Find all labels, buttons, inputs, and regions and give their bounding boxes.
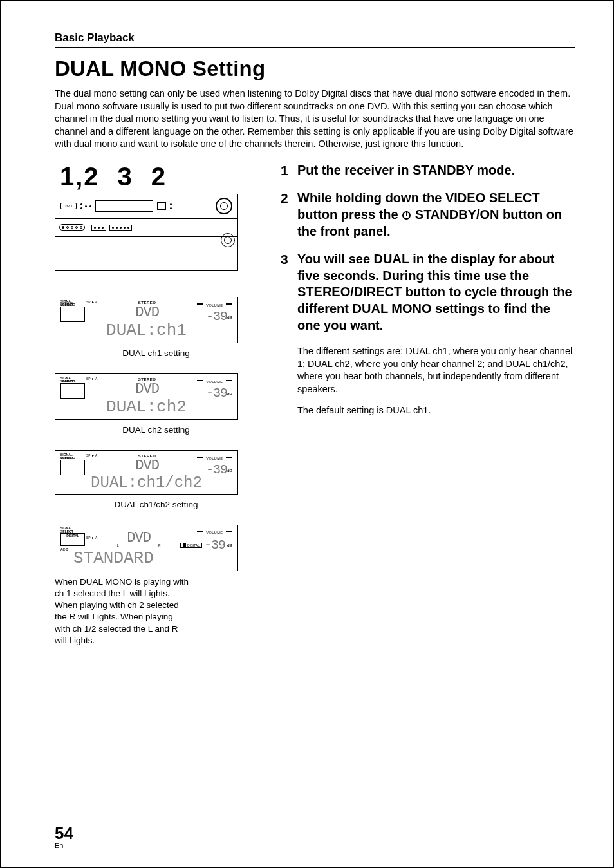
receiver-brand: D3200: [60, 203, 77, 209]
receiver-illustration: D3200: [55, 194, 238, 271]
volume-value: -39: [206, 386, 227, 401]
callout-numbers: 1,2 3 2: [60, 162, 257, 191]
left-column: 1,2 3 2 D3200: [55, 162, 257, 646]
analog-label: ANALOG: [61, 303, 75, 307]
step-2-heading: While holding down the VIDEO SELECT butt…: [297, 190, 575, 240]
sp-a-label: SP ► A: [86, 453, 97, 457]
sp-a-label: SP ► A: [86, 377, 97, 381]
analog-label: ANALOG: [61, 379, 75, 383]
step-3: 3 You will see DUAL in the display for a…: [281, 251, 575, 334]
sp-a-label: SP ► A: [86, 300, 97, 304]
digital-label: DIGITAL: [61, 534, 84, 538]
source-dvd: DVD: [135, 458, 159, 474]
volume-value: -39: [204, 538, 225, 552]
section-label: Basic Playback: [55, 32, 575, 44]
step-number: 1: [281, 162, 297, 179]
lcd-panel-standard: SIGNAL SELECT DIGITAL AC-3 SP ► A DVD LR…: [55, 525, 238, 571]
lcd-panel-ch1ch2: SIGNAL SELECT ANALOG SP ► A STEREO DVD: [55, 450, 238, 495]
page-footer: 54 En: [55, 825, 73, 849]
headphone-jack-icon: [221, 233, 235, 247]
volume-label: VOLUME: [206, 531, 223, 534]
step-3-body-1: The different settings are: DUAL ch1, wh…: [297, 345, 575, 395]
step-number: 3: [281, 251, 297, 334]
lcd-panel-ch1: SIGNAL SELECT ANALOG SP ► A STEREO DVD: [55, 297, 238, 343]
analog-label: ANALOG: [61, 456, 75, 460]
lcd-panel-ch2: SIGNAL SELECT ANALOG SP ► A STEREO DVD: [55, 373, 238, 420]
step-3-heading: You will see DUAL in the display for abo…: [297, 251, 575, 334]
divider: [55, 47, 575, 48]
volume-knob-icon: [216, 198, 232, 214]
callout-3: 3: [118, 162, 133, 191]
two-column-layout: 1,2 3 2 D3200: [55, 162, 575, 646]
caption-ch1: DUAL ch1 setting: [55, 348, 257, 358]
volume-value: -39: [206, 309, 227, 324]
step-2: 2 While holding down the VIDEO SELECT bu…: [281, 190, 575, 240]
caption-ch1ch2: DUAL ch1/ch2 setting: [55, 500, 257, 509]
power-icon: [402, 211, 411, 220]
right-channel-indicator: R: [158, 543, 161, 547]
right-column: 1 Put the receiver in STANDBY mode. 2 Wh…: [281, 162, 575, 646]
volume-label: VOLUME: [206, 380, 223, 384]
caption-standard: When DUAL MONO is playing with ch 1 sele…: [55, 576, 190, 646]
source-dvd: DVD: [135, 305, 159, 321]
db-label: dB: [227, 543, 232, 547]
source-dvd: DVD: [135, 381, 159, 397]
dolby-digital-badge: DIGITAL: [180, 543, 202, 548]
page-number: 54: [55, 825, 73, 842]
intro-paragraph: The dual mono setting can only be used w…: [55, 88, 575, 151]
sp-a-label: SP ► A: [86, 536, 97, 540]
step-1: 1 Put the receiver in STANDBY mode.: [281, 162, 575, 179]
ac3-label: AC-3: [60, 547, 68, 551]
caption-ch2: DUAL ch2 setting: [55, 425, 257, 435]
step-number: 2: [281, 190, 297, 240]
db-label: dB: [227, 469, 232, 473]
page: Basic Playback DUAL MONO Setting The dua…: [0, 0, 614, 868]
volume-label: VOLUME: [206, 457, 223, 460]
step-3-body-2: The default setting is DUAL ch1.: [297, 404, 575, 417]
left-channel-indicator: L: [117, 543, 119, 547]
signal-select-label: SIGNAL SELECT: [60, 527, 73, 533]
step-1-heading: Put the receiver in STANDBY mode.: [297, 162, 515, 179]
db-label: dB: [227, 316, 232, 319]
callout-1-2: 1,2: [60, 162, 100, 191]
db-label: dB: [227, 392, 232, 396]
page-title: DUAL MONO Setting: [55, 57, 575, 81]
volume-value: -39: [206, 462, 227, 477]
callout-2: 2: [151, 162, 167, 191]
source-dvd: DVD: [97, 530, 180, 546]
volume-label: VOLUME: [206, 303, 223, 307]
